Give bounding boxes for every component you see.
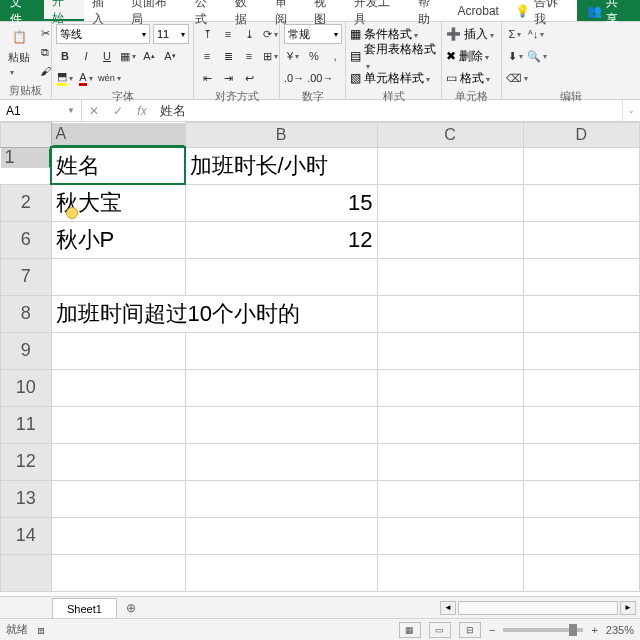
zoom-in-button[interactable]: + xyxy=(591,624,597,636)
row-header-8[interactable]: 8 xyxy=(1,295,52,332)
format-cells-button[interactable]: ▭格式 xyxy=(446,68,490,88)
cell-A7[interactable] xyxy=(51,258,185,295)
tab-dev[interactable]: 开发工具 xyxy=(346,0,410,21)
cell-C6[interactable] xyxy=(377,221,523,258)
align-bottom-button[interactable]: ⤓ xyxy=(240,25,258,43)
wrap-button[interactable]: ↩ xyxy=(240,69,258,87)
cell-C13[interactable] xyxy=(377,480,523,517)
fill-button[interactable]: ⬇ xyxy=(506,47,524,65)
row-header-9[interactable]: 9 xyxy=(1,332,52,369)
tab-layout[interactable]: 页面布局 xyxy=(123,0,187,21)
cell-D11[interactable] xyxy=(523,406,639,443)
new-sheet-button[interactable]: ⊕ xyxy=(117,597,145,618)
cell-B11[interactable] xyxy=(185,406,377,443)
cell-C14[interactable] xyxy=(377,517,523,554)
cell-D7[interactable] xyxy=(523,258,639,295)
sort-filter-button[interactable]: ᴬ↓ xyxy=(527,25,545,43)
name-box[interactable]: A1 ▼ xyxy=(0,100,82,121)
expand-formula-bar[interactable]: ⌄ xyxy=(622,100,640,121)
align-top-button[interactable]: ⤒ xyxy=(198,25,216,43)
col-header-C[interactable]: C xyxy=(377,123,523,148)
decrease-font-button[interactable]: A▾ xyxy=(161,47,179,65)
view-normal-button[interactable]: ▦ xyxy=(399,622,421,638)
cell-A8[interactable]: 加班时间超过10个小时的 xyxy=(51,295,377,332)
select-all-corner[interactable] xyxy=(1,123,52,148)
col-header-D[interactable]: D xyxy=(523,123,639,148)
dec-decimal-button[interactable]: .00→ xyxy=(307,69,333,87)
cell-A10[interactable] xyxy=(51,369,185,406)
cell-B14[interactable] xyxy=(185,517,377,554)
cell-D12[interactable] xyxy=(523,443,639,480)
merge-button[interactable]: ⊞ xyxy=(261,47,279,65)
autosum-button[interactable]: Σ xyxy=(506,25,524,43)
col-header-A[interactable]: A xyxy=(52,123,185,147)
cell-A1[interactable]: 姓名 xyxy=(51,147,185,184)
cell-D14[interactable] xyxy=(523,517,639,554)
row-header-7[interactable]: 7 xyxy=(1,258,52,295)
tell-me[interactable]: 💡 告诉我 xyxy=(507,0,578,21)
cell-A2[interactable]: 秋大宝 xyxy=(51,184,185,221)
cancel-formula-button[interactable]: ✕ xyxy=(82,104,106,118)
row-header-1[interactable]: 1 xyxy=(1,148,51,168)
cell-D6[interactable] xyxy=(523,221,639,258)
cell-D8[interactable] xyxy=(523,295,639,332)
cell-A13[interactable] xyxy=(51,480,185,517)
inc-decimal-button[interactable]: .0→ xyxy=(284,69,304,87)
enter-formula-button[interactable]: ✓ xyxy=(106,104,130,118)
bold-button[interactable]: B xyxy=(56,47,74,65)
delete-cells-button[interactable]: ✖删除 xyxy=(446,46,489,66)
percent-button[interactable]: % xyxy=(305,47,323,65)
cell-A11[interactable] xyxy=(51,406,185,443)
hscroll-right[interactable]: ► xyxy=(620,601,636,615)
table-format-button[interactable]: ▤套用表格格式 xyxy=(350,46,437,66)
paste-button[interactable]: 📋 粘贴 xyxy=(4,24,34,79)
zoom-out-button[interactable]: − xyxy=(489,624,495,636)
find-button[interactable]: 🔍 xyxy=(527,47,547,65)
row-header-10[interactable]: 10 xyxy=(1,369,52,406)
cell-D10[interactable] xyxy=(523,369,639,406)
cell-A9[interactable] xyxy=(51,332,185,369)
tab-file[interactable]: 文件 xyxy=(0,0,44,21)
comma-button[interactable]: , xyxy=(326,47,344,65)
cell-B9[interactable] xyxy=(185,332,377,369)
cell-C12[interactable] xyxy=(377,443,523,480)
cell-C9[interactable] xyxy=(377,332,523,369)
cell-B1[interactable]: 加班时长/小时 xyxy=(185,147,377,184)
orientation-button[interactable]: ⟳ xyxy=(261,25,279,43)
cell-B10[interactable] xyxy=(185,369,377,406)
underline-button[interactable]: U xyxy=(98,47,116,65)
tab-formulas[interactable]: 公式 xyxy=(187,0,227,21)
row-header-2[interactable]: 2 xyxy=(1,184,52,221)
currency-button[interactable]: ¥ xyxy=(284,47,302,65)
hscroll-track[interactable] xyxy=(458,601,618,615)
cell-A14[interactable] xyxy=(51,517,185,554)
cell-C11[interactable] xyxy=(377,406,523,443)
align-left-button[interactable]: ≡ xyxy=(198,47,216,65)
tab-acrobat[interactable]: Acrobat xyxy=(450,0,507,21)
font-name-select[interactable]: 等线▾ xyxy=(56,24,150,44)
italic-button[interactable]: I xyxy=(77,47,95,65)
zoom-thumb[interactable] xyxy=(569,624,577,636)
number-format-select[interactable]: 常规▾ xyxy=(284,24,342,44)
tab-help[interactable]: 帮助 xyxy=(410,0,450,21)
share-button[interactable]: 👥 共享 xyxy=(577,0,640,21)
row-header-14[interactable]: 14 xyxy=(1,517,52,554)
tab-view[interactable]: 视图 xyxy=(306,0,346,21)
cell-B13[interactable] xyxy=(185,480,377,517)
align-middle-button[interactable]: ≡ xyxy=(219,25,237,43)
cell-B7[interactable] xyxy=(185,258,377,295)
tab-review[interactable]: 审阅 xyxy=(267,0,307,21)
increase-font-button[interactable]: A▴ xyxy=(140,47,158,65)
sheet-tab-1[interactable]: Sheet1 xyxy=(52,598,117,618)
align-center-button[interactable]: ≣ xyxy=(219,47,237,65)
cell-D2[interactable] xyxy=(523,184,639,221)
cell-C10[interactable] xyxy=(377,369,523,406)
tab-insert[interactable]: 插入 xyxy=(84,0,124,21)
col-header-B[interactable]: B xyxy=(185,123,377,148)
font-size-select[interactable]: 11▾ xyxy=(153,24,189,44)
cell-B2[interactable]: 15 xyxy=(185,184,377,221)
cell-C7[interactable] xyxy=(377,258,523,295)
align-right-button[interactable]: ≡ xyxy=(240,47,258,65)
view-layout-button[interactable]: ▭ xyxy=(429,622,451,638)
cell-C8[interactable] xyxy=(377,295,523,332)
